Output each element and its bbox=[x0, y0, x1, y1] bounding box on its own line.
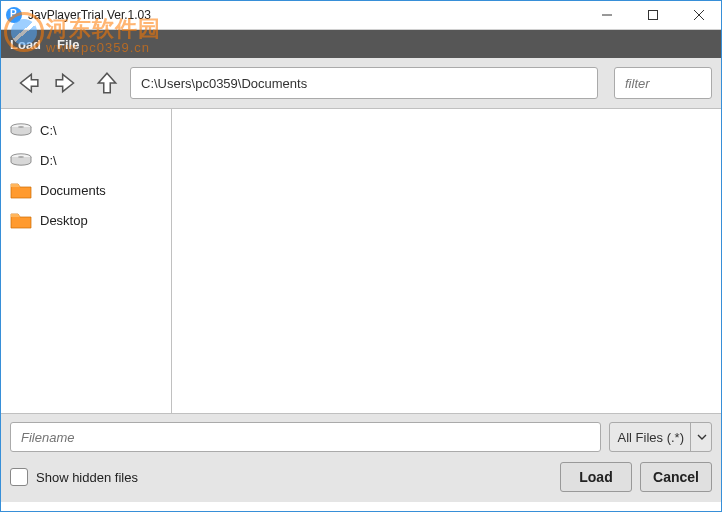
cancel-button[interactable]: Cancel bbox=[640, 462, 712, 492]
app-icon bbox=[6, 7, 22, 23]
folder-icon bbox=[10, 181, 32, 199]
header-load: Load bbox=[10, 37, 41, 52]
sidebar: C:\ D:\ Documents Desktop bbox=[0, 109, 172, 413]
nav-back-button[interactable] bbox=[10, 66, 44, 100]
main-area: C:\ D:\ Documents Desktop bbox=[0, 109, 722, 413]
show-hidden-checkbox[interactable] bbox=[10, 468, 28, 486]
path-input[interactable] bbox=[130, 67, 598, 99]
nav-forward-button[interactable] bbox=[50, 66, 84, 100]
sidebar-item-drive-c[interactable]: C:\ bbox=[8, 115, 163, 145]
sidebar-item-label: D:\ bbox=[40, 153, 57, 168]
sidebar-item-label: Documents bbox=[40, 183, 106, 198]
svg-point-7 bbox=[18, 156, 24, 158]
nav-up-button[interactable] bbox=[90, 66, 124, 100]
header-file: File bbox=[57, 37, 79, 52]
drive-icon bbox=[10, 153, 32, 167]
titlebar: JavPlayerTrial Ver.1.03 bbox=[0, 0, 722, 30]
sidebar-item-drive-d[interactable]: D:\ bbox=[8, 145, 163, 175]
folder-icon bbox=[10, 211, 32, 229]
chevron-down-icon bbox=[690, 423, 707, 451]
load-button[interactable]: Load bbox=[560, 462, 632, 492]
window-controls bbox=[584, 0, 722, 30]
file-list-area[interactable] bbox=[172, 109, 722, 413]
sidebar-item-documents[interactable]: Documents bbox=[8, 175, 163, 205]
sidebar-item-desktop[interactable]: Desktop bbox=[8, 205, 163, 235]
show-hidden-label: Show hidden files bbox=[36, 470, 138, 485]
close-button[interactable] bbox=[676, 0, 722, 30]
filter-input[interactable] bbox=[614, 67, 712, 99]
sidebar-item-label: Desktop bbox=[40, 213, 88, 228]
bottom-bar: All Files (.*) Show hidden files Load Ca… bbox=[0, 413, 722, 502]
window-title: JavPlayerTrial Ver.1.03 bbox=[28, 8, 151, 22]
filetype-label: All Files (.*) bbox=[618, 430, 684, 445]
sidebar-item-label: C:\ bbox=[40, 123, 57, 138]
header-bar: Load File bbox=[0, 30, 722, 58]
maximize-button[interactable] bbox=[630, 0, 676, 30]
svg-point-5 bbox=[18, 126, 24, 128]
minimize-button[interactable] bbox=[584, 0, 630, 30]
svg-rect-1 bbox=[649, 10, 658, 19]
filename-input[interactable] bbox=[10, 422, 601, 452]
toolbar bbox=[0, 58, 722, 109]
filetype-dropdown[interactable]: All Files (.*) bbox=[609, 422, 712, 452]
drive-icon bbox=[10, 123, 32, 137]
